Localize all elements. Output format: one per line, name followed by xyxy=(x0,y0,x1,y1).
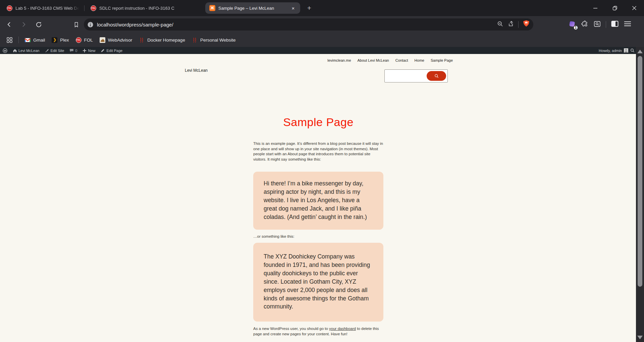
nav-link-home[interactable]: Home xyxy=(415,58,424,62)
bookmark-plex[interactable]: Plex xyxy=(48,36,72,45)
home-icon xyxy=(13,48,17,53)
share-button[interactable] xyxy=(507,20,514,28)
nav-link-about[interactable]: About Levi McLean xyxy=(358,58,389,62)
outro-text: As a new WordPress user, you should go t… xyxy=(253,327,329,331)
site-navigation: levimclean.me About Levi McLean Contact … xyxy=(327,58,453,62)
fol-icon: FOL xyxy=(76,37,82,43)
wp-search-icon[interactable] xyxy=(630,48,635,53)
tab-title: SDLC report instruction - INFO-3163 C xyxy=(99,6,198,11)
extensions-puzzle-icon xyxy=(581,20,589,28)
sidebar-icon xyxy=(611,20,619,27)
tab-sdlc[interactable]: FOL SDLC report instruction - INFO-3163 … xyxy=(87,2,202,14)
minimize-button[interactable] xyxy=(586,0,605,16)
page-title: Sample Page xyxy=(253,116,383,129)
bookmark-label: Docker Homepage xyxy=(147,38,185,43)
wp-new-label: New xyxy=(88,49,95,53)
fol-favicon-icon: FOL xyxy=(7,5,12,11)
plus-icon xyxy=(83,49,87,53)
forward-button[interactable] xyxy=(18,19,30,30)
wp-edit-site-label: Edit Site xyxy=(50,49,64,53)
plex-icon xyxy=(52,37,57,43)
apps-shortcut-button[interactable] xyxy=(3,36,16,45)
new-tab-button[interactable]: + xyxy=(305,3,314,13)
search-input[interactable] xyxy=(386,71,426,81)
search-icon xyxy=(434,74,439,78)
page-scrollbar[interactable] xyxy=(636,47,644,342)
wp-howdy[interactable]: Howdy, admin xyxy=(599,49,622,53)
gmail-icon xyxy=(25,37,31,43)
scroll-down-arrow-icon[interactable] xyxy=(637,336,643,339)
restore-icon xyxy=(612,6,618,11)
reload-button[interactable] xyxy=(33,19,44,30)
blockquote-bike-messenger: Hi there! I’m a bike messenger by day, a… xyxy=(253,172,383,230)
divider xyxy=(606,21,606,28)
restore-button[interactable] xyxy=(605,0,625,16)
scroll-up-arrow-icon[interactable] xyxy=(637,50,643,53)
bookmark-fol[interactable]: FOL FOL xyxy=(72,36,96,45)
outro-paragraph: As a new WordPress user, you should go t… xyxy=(253,326,383,337)
between-paragraph: …or something like this: xyxy=(253,234,383,239)
tab-divider xyxy=(84,5,85,11)
wp-edit-page-label: Edit Page xyxy=(106,49,122,53)
bookmark-docker-homepage[interactable]: Docker Homepage xyxy=(136,36,189,45)
search-submit-button[interactable] xyxy=(427,71,446,81)
wp-logo-menu[interactable] xyxy=(0,47,10,54)
wp-edit-page-menu[interactable]: Edit Page xyxy=(98,47,125,54)
wp-comments-menu[interactable]: 0 xyxy=(67,47,80,54)
site-info-icon[interactable] xyxy=(87,21,94,28)
wp-edit-site-menu[interactable]: Edit Site xyxy=(42,47,67,54)
url-text[interactable]: localhost/wordpress/sample-page/ xyxy=(97,22,497,27)
pencil-icon xyxy=(101,48,105,53)
wordpress-logo-icon xyxy=(3,48,7,53)
close-icon xyxy=(632,6,637,10)
docker-homepage-icon xyxy=(139,37,145,43)
webpage-viewport: levimclean.me About Levi McLean Contact … xyxy=(0,54,636,342)
nav-link-sample-page[interactable]: Sample Page xyxy=(431,58,453,62)
dashboard-link[interactable]: your dashboard xyxy=(329,327,356,331)
wp-site-name-menu[interactable]: Levi McLean xyxy=(10,47,42,54)
site-title[interactable]: Levi McLean xyxy=(185,68,208,73)
search-tabs-button[interactable] xyxy=(593,20,601,29)
divider xyxy=(518,21,519,28)
wallet-button[interactable]: 1 xyxy=(568,20,576,29)
bookmark-personal-website[interactable]: Personal Website xyxy=(189,36,239,45)
reload-icon xyxy=(35,21,42,28)
address-bar[interactable]: localhost/wordpress/sample-page/ xyxy=(84,18,533,31)
close-tab-icon[interactable]: × xyxy=(290,5,296,11)
hamburger-menu-icon xyxy=(624,20,632,27)
window-controls xyxy=(586,0,644,16)
extensions-button[interactable] xyxy=(581,20,589,29)
zoom-button[interactable] xyxy=(497,20,503,28)
brave-shield-icon xyxy=(523,20,530,28)
blockquote-text: Hi there! I’m a bike messenger by day, a… xyxy=(264,180,367,220)
scrollbar-thumb[interactable] xyxy=(638,56,642,287)
tab-lab5[interactable]: FOL Lab 5 - INFO-3163 CMS Web Develop xyxy=(3,2,83,14)
app-menu-button[interactable] xyxy=(624,20,632,28)
search-form xyxy=(384,69,448,82)
apps-grid-icon xyxy=(7,37,12,43)
comments-bubble-icon xyxy=(69,48,74,53)
bookmark-gmail[interactable]: Gmail xyxy=(21,36,48,45)
brush-icon xyxy=(45,48,49,53)
user-avatar xyxy=(624,48,628,53)
close-window-button[interactable] xyxy=(625,0,644,16)
nav-link-contact[interactable]: Contact xyxy=(395,58,408,62)
fol-favicon-icon: FOL xyxy=(91,5,96,11)
blockquote-xyz-doohickey: The XYZ Doohickey Company was founded in… xyxy=(253,243,383,322)
nav-link-levimclean-me[interactable]: levimclean.me xyxy=(327,58,351,62)
divider xyxy=(18,37,19,43)
wp-new-menu[interactable]: New xyxy=(80,47,98,54)
brave-shields-button[interactable] xyxy=(523,20,530,29)
bookmark-label: WebAdvisor xyxy=(108,38,132,43)
bookmark-label: Gmail xyxy=(33,38,45,43)
bookmark-label: Personal Website xyxy=(200,38,236,43)
bookmark-button[interactable] xyxy=(70,19,82,30)
tab-title: Sample Page – Levi McLean xyxy=(218,6,287,11)
sidebar-toggle-button[interactable] xyxy=(611,20,619,29)
bookmark-webadvisor[interactable]: WebAdvisor xyxy=(96,36,136,45)
intro-paragraph: This is an example page. It’s different … xyxy=(253,141,383,162)
minimize-icon xyxy=(593,6,598,10)
xampp-favicon-icon: Ж xyxy=(209,5,215,11)
back-button[interactable] xyxy=(3,19,15,30)
tab-sample-page-active[interactable]: Ж Sample Page – Levi McLean × xyxy=(205,2,300,14)
